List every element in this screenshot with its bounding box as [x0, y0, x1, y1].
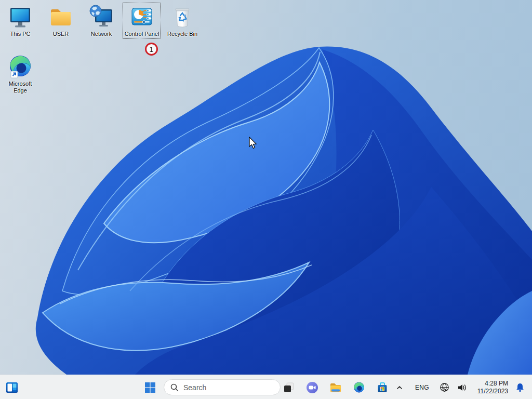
network-icon: [89, 4, 114, 29]
network-status-button[interactable]: [436, 378, 453, 397]
hidden-icons-button[interactable]: [392, 378, 407, 397]
start-button[interactable]: [141, 379, 159, 396]
search-icon: [170, 383, 179, 392]
edge-browser-icon: [353, 381, 365, 394]
desktop-icon-this-pc[interactable]: This PC: [2, 3, 39, 38]
desktop-icon-user-folder[interactable]: USER: [42, 3, 79, 38]
recycle-bin-icon: [170, 4, 195, 29]
clock-date: 11/22/2023: [477, 388, 508, 395]
task-view-button[interactable]: [280, 379, 298, 396]
desktop-icon-control-panel[interactable]: Control Panel: [123, 3, 161, 38]
chat-icon: [306, 381, 318, 394]
wallpaper-bloom: [0, 0, 532, 375]
chat-button[interactable]: [303, 379, 321, 396]
windows-logo-icon: [144, 381, 156, 394]
taskbar: ENG 4:28 PM 11/22/2023: [0, 375, 532, 399]
taskbar-app-icons: [280, 379, 391, 396]
search-input[interactable]: [183, 383, 267, 392]
speaker-icon: [457, 382, 467, 393]
language-label: ENG: [415, 384, 429, 391]
search-box[interactable]: [164, 379, 281, 395]
notification-bell-icon: [514, 382, 526, 393]
desktop-icon-recycle-bin[interactable]: Recycle Bin: [164, 3, 201, 38]
edge-browser-button[interactable]: [350, 379, 368, 396]
this-pc-icon: [8, 4, 33, 29]
icon-label: This PC: [10, 31, 30, 37]
panels-app-icon: [6, 381, 18, 394]
language-indicator[interactable]: ENG: [412, 378, 432, 397]
file-explorer-button[interactable]: [327, 379, 344, 396]
folder-icon: [48, 4, 73, 29]
microsoft-store-button[interactable]: [374, 379, 391, 396]
desktop-icon-microsoft-edge[interactable]: Microsoft Edge: [2, 53, 39, 95]
notification-center-button[interactable]: [511, 378, 529, 397]
volume-button[interactable]: [454, 378, 470, 397]
file-explorer-icon: [329, 381, 342, 394]
chevron-up-icon: [395, 383, 404, 392]
edge-icon: [8, 54, 33, 79]
globe-network-icon: [440, 382, 449, 392]
system-tray: ENG 4:28 PM 11/22/2023: [392, 375, 529, 399]
annotation-step-badge: 1: [145, 43, 158, 56]
icon-label: Microsoft Edge: [2, 81, 38, 94]
microsoft-store-icon: [376, 381, 389, 394]
task-view-icon: [283, 381, 295, 394]
icon-label: Recycle Bin: [167, 31, 197, 37]
icon-label: Control Panel: [125, 31, 159, 37]
icon-label: USER: [53, 31, 69, 37]
desktop[interactable]: This PC USER Network: [0, 0, 532, 375]
clock[interactable]: 4:28 PM 11/22/2023: [474, 380, 511, 395]
desktop-icon-network[interactable]: Network: [83, 3, 120, 38]
taskbar-corner-app-button[interactable]: [3, 379, 21, 396]
control-panel-icon: [129, 4, 154, 29]
clock-time: 4:28 PM: [477, 380, 508, 388]
icon-label: Network: [91, 31, 112, 37]
